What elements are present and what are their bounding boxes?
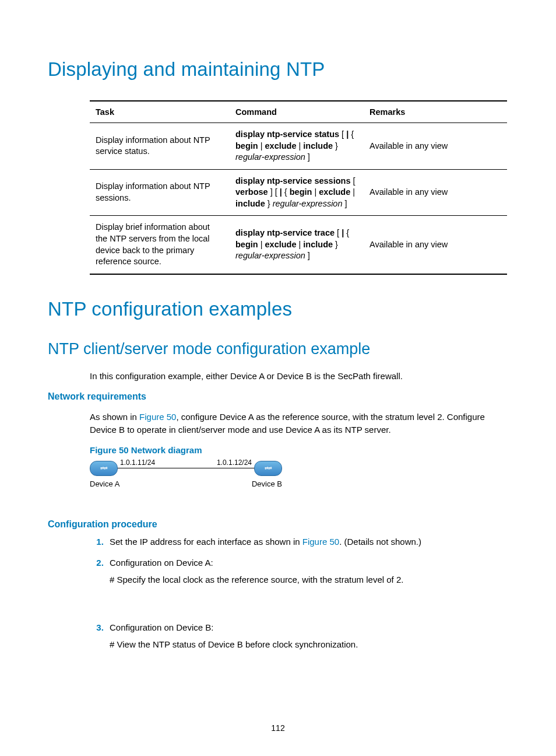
network-diagram: ⇄⇄ 1.0.1.11/24 1.0.1.12/24 ⇄⇄ Device A D… [90, 459, 282, 499]
device-label-a: Device A [90, 480, 119, 488]
cell-command: display ntp-service status [ | { begin |… [230, 123, 364, 170]
figure-link[interactable]: Figure 50 [139, 412, 176, 422]
ip-label-b: 1.0.1.12/24 [217, 459, 252, 467]
step-2: Configuration on Device A: # Specify the… [106, 556, 508, 613]
cell-command: display ntp-service sessions [ verbose ]… [230, 169, 364, 216]
network-req-paragraph: As shown in Figure 50, configure Device … [90, 411, 508, 436]
heading-displaying: Displaying and maintaining NTP [48, 58, 508, 80]
cell-remarks: Available in any view [364, 123, 507, 170]
cell-task: Display information about NTP sessions. [90, 169, 230, 216]
router-icon: ⇄⇄ [254, 461, 282, 476]
table-row: Display information about NTP service st… [90, 123, 507, 170]
cell-remarks: Available in any view [364, 216, 507, 274]
substep: # View the NTP status of Device B before… [110, 638, 508, 652]
th-remarks: Remarks [364, 101, 507, 123]
step-3: Configuration on Device B: # View the NT… [106, 621, 508, 651]
intro-paragraph: In this configuration example, either De… [90, 370, 508, 383]
procedure-list: Set the IP address for each interface as… [90, 536, 508, 652]
th-command: Command [230, 101, 364, 123]
text: Configuration on Device B: [110, 622, 213, 632]
cell-command: display ntp-service trace [ | { begin | … [230, 216, 364, 274]
step-1: Set the IP address for each interface as… [106, 536, 508, 549]
text: Configuration on Device A: [110, 558, 213, 568]
cell-remarks: Available in any view [364, 169, 507, 216]
ip-label-a: 1.0.1.11/24 [120, 459, 155, 467]
text: . (Details not shown.) [339, 537, 421, 547]
text: Set the IP address for each interface as… [110, 537, 302, 547]
cell-task: Display information about NTP service st… [90, 123, 230, 170]
cell-task: Display brief information about the NTP … [90, 216, 230, 274]
heading-examples: NTP configuration examples [48, 298, 508, 320]
th-task: Task [90, 101, 230, 123]
heading-config-procedure: Configuration procedure [48, 519, 508, 530]
ntp-commands-table: Task Command Remarks Display information… [90, 100, 507, 275]
table-row: Display information about NTP sessions. … [90, 169, 507, 216]
heading-network-requirements: Network requirements [48, 391, 508, 402]
heading-client-server: NTP client/server mode configuration exa… [48, 340, 508, 358]
network-line [118, 468, 254, 469]
device-label-b: Device B [252, 480, 282, 488]
figure-caption: Figure 50 Network diagram [90, 445, 508, 455]
text: As shown in [90, 412, 139, 422]
substep: # Specify the local clock as the referen… [110, 573, 508, 587]
page-number: 112 [0, 723, 556, 733]
router-icon: ⇄⇄ [90, 461, 118, 476]
table-row: Display brief information about the NTP … [90, 216, 507, 274]
figure-link[interactable]: Figure 50 [302, 537, 339, 547]
